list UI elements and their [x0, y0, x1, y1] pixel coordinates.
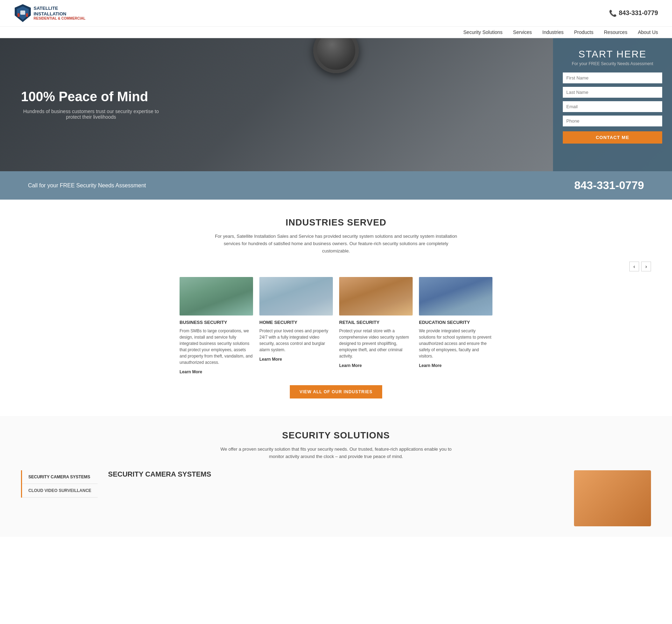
industry-card-home: HOME SECURITY Protect your loved ones an… [259, 277, 333, 375]
hero-section: 100% Peace of Mind Hundreds of business … [0, 38, 672, 171]
nav-industries[interactable]: Industries [542, 29, 564, 35]
nav-products[interactable]: Products [574, 29, 593, 35]
form-heading: START HERE [563, 49, 662, 60]
svg-rect-4 [26, 13, 28, 17]
call-bar-phone[interactable]: 843-331-0779 [574, 179, 644, 192]
education-security-desc: We provide integrated security solutions… [419, 328, 492, 359]
email-input[interactable] [563, 101, 662, 112]
education-security-link[interactable]: Learn More [419, 363, 442, 368]
retail-security-image [339, 277, 413, 316]
hero-title: 100% Peace of Mind [21, 90, 161, 104]
industries-section: INDUSTRIES SERVED For years, Satellite I… [0, 200, 672, 416]
site-header: SATELLITE INSTALLATION RESIDENTIAL & COM… [0, 0, 672, 27]
business-security-image [180, 277, 253, 316]
carousel-next-button[interactable]: › [641, 262, 651, 271]
phone-input[interactable] [563, 116, 662, 126]
retail-security-link[interactable]: Learn More [339, 363, 362, 368]
industries-description: For years, Satellite Installation Sales … [214, 233, 458, 255]
home-security-desc: Protect your loved ones and property 24/… [259, 328, 333, 353]
header-phone[interactable]: 📞 843-331-0779 [609, 9, 658, 17]
tab-security-camera-systems[interactable]: SECURITY CAMERA SYSTEMS [22, 470, 98, 484]
business-security-link[interactable]: Learn More [180, 369, 202, 374]
education-security-image [419, 277, 492, 316]
carousel-nav: ‹ › [21, 262, 651, 271]
solutions-section: SECURITY SOLUTIONS We offer a proven sec… [0, 416, 672, 537]
home-security-image [259, 277, 333, 316]
last-name-input[interactable] [563, 87, 662, 98]
first-name-input[interactable] [563, 72, 662, 83]
nav-resources[interactable]: Resources [604, 29, 627, 35]
solutions-heading: SECURITY SOLUTIONS [21, 430, 651, 441]
nav-services[interactable]: Services [513, 29, 532, 35]
solutions-tabs: SECURITY CAMERA SYSTEMS CLOUD VIDEO SURV… [21, 470, 98, 498]
hero-content: 100% Peace of Mind Hundreds of business … [21, 90, 161, 120]
svg-rect-2 [20, 11, 25, 15]
svg-rect-3 [18, 13, 20, 17]
industry-card-business: BUSINESS SECURITY From SMBs to large cor… [180, 277, 253, 375]
logo-text: SATELLITE INSTALLATION RESIDENTIAL & COM… [34, 6, 85, 21]
solutions-content-area: SECURITY CAMERA SYSTEMS [98, 470, 574, 483]
hero-subtitle: Hundreds of business customers trust our… [21, 109, 161, 120]
contact-form-panel: START HERE For your FREE Security Needs … [553, 38, 672, 171]
tab-cloud-video-surveillance[interactable]: CLOUD VIDEO SURVEILLANCE [22, 484, 98, 498]
education-security-title: EDUCATION SECURITY [419, 320, 492, 325]
call-bar: Call for your FREE Security Needs Assess… [0, 171, 672, 200]
industry-card-education: EDUCATION SECURITY We provide integrated… [419, 277, 492, 375]
solutions-layout: SECURITY CAMERA SYSTEMS CLOUD VIDEO SURV… [21, 470, 651, 526]
industries-heading: INDUSTRIES SERVED [21, 217, 651, 228]
industry-cards-container: BUSINESS SECURITY From SMBs to large cor… [21, 277, 651, 375]
view-all-industries-button[interactable]: VIEW ALL OF OUR INDUSTRIES [290, 385, 383, 398]
home-security-title: HOME SECURITY [259, 320, 333, 325]
solutions-active-heading: SECURITY CAMERA SYSTEMS [108, 470, 564, 478]
main-nav: Security Solutions Services Industries P… [0, 27, 672, 38]
business-security-desc: From SMBs to large corporations, we desi… [180, 328, 253, 366]
business-security-title: BUSINESS SECURITY [180, 320, 253, 325]
logo-shield-icon [14, 4, 31, 23]
retail-security-title: RETAIL SECURITY [339, 320, 413, 325]
call-bar-text: Call for your FREE Security Needs Assess… [28, 182, 146, 189]
industry-card-retail: RETAIL SECURITY Protect your retail stor… [339, 277, 413, 375]
nav-about-us[interactable]: About Us [638, 29, 658, 35]
contact-me-button[interactable]: CONTACT ME [563, 131, 662, 144]
retail-security-desc: Protect your retail store with a compreh… [339, 328, 413, 359]
solutions-description: We offer a proven security solution that… [214, 446, 458, 460]
home-security-link[interactable]: Learn More [259, 357, 282, 362]
phone-icon: 📞 [609, 9, 617, 17]
carousel-prev-button[interactable]: ‹ [629, 262, 639, 271]
logo[interactable]: SATELLITE INSTALLATION RESIDENTIAL & COM… [14, 4, 85, 23]
form-subheading: For your FREE Security Needs Assessment [563, 61, 662, 66]
solutions-product-image [574, 470, 651, 526]
nav-security-solutions[interactable]: Security Solutions [463, 29, 503, 35]
